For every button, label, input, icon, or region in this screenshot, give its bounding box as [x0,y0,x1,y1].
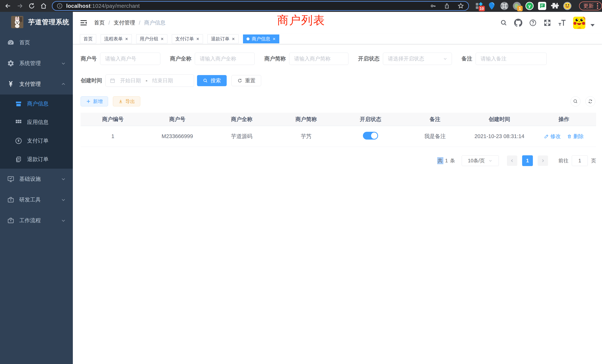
home-icon [40,2,47,10]
share-icon[interactable] [443,3,450,9]
merchant-no-input[interactable] [100,53,160,65]
help-icon[interactable] [529,19,537,27]
extensions-puzzle-icon[interactable] [550,2,559,10]
status-select[interactable]: 请选择开启状态 [383,53,452,65]
refresh-icon [237,78,242,83]
jump-page-input[interactable] [572,155,588,166]
pagination-total: 共 1 条 [437,157,455,164]
command-icon[interactable] [500,2,509,10]
browser-home-button[interactable] [38,1,49,11]
blue-gem-icon[interactable] [487,2,496,10]
filter-label: 创建时间 [81,77,102,84]
breadcrumb-current: 商户信息 [144,19,165,26]
bookmark-star-icon[interactable] [457,2,464,10]
sidebar-item-merchant-info[interactable]: 商户信息 [0,95,73,113]
prev-page-button[interactable] [507,156,517,166]
page-info-icon[interactable] [56,3,63,9]
breadcrumb-home[interactable]: 首页 [94,19,105,26]
status-toggle[interactable] [363,132,378,139]
tab-home[interactable]: 首页 [80,34,96,43]
tab-label: 退款订单 [211,36,229,42]
tab-close-icon[interactable] [161,37,164,41]
app-title: 芋道管理系统 [28,18,69,27]
refresh-table-button[interactable] [585,96,595,106]
sidebar-item-refund-order[interactable]: 退款订单 [0,150,73,169]
merchant-short-input[interactable] [289,53,348,65]
tab-close-icon[interactable] [125,37,128,41]
tab-pay-order[interactable]: 支付订单 [172,34,203,43]
filter-label: 开启状态 [358,55,380,63]
tab-process-form[interactable]: 流程表单 [101,34,132,43]
date-separator: - [146,78,147,84]
tab-close-icon[interactable] [196,37,199,41]
filter-status: 开启状态 请选择开启状态 [358,53,452,65]
col-actions: 操作 [532,116,596,123]
sidebar-item-dev-tools[interactable]: 研发工具 [0,189,73,210]
breadcrumb-payment[interactable]: 支付管理 [114,19,135,26]
chevron-down-icon [61,218,66,223]
sidebar-item-payment[interactable]: 支付管理 [0,74,73,95]
extension-grid-icon[interactable]: 10 [475,2,483,10]
browser-back-button[interactable] [3,1,13,11]
profile-extension-icon[interactable]: 1 [513,2,521,10]
download-icon [118,99,123,104]
export-button-label: 导出 [125,98,135,105]
sidebar-item-pay-order[interactable]: 支付订单 [0,132,73,150]
browser-menu-icon[interactable] [597,3,599,9]
svg-text:y: y [528,3,531,8]
delete-link[interactable]: 删除 [567,133,584,140]
col-created-at: 创建时间 [467,116,532,123]
sidebar-item-app-info[interactable]: 应用信息 [0,113,73,132]
sidebar-logo[interactable]: 芋道管理系统 [0,12,73,32]
chat-extension-icon[interactable] [538,2,546,10]
status-select-placeholder: 请选择开启状态 [388,55,424,62]
add-button[interactable]: 新增 [81,96,108,106]
tab-close-icon[interactable] [272,37,276,41]
user-avatar[interactable] [573,17,585,29]
col-status: 开启状态 [338,116,403,123]
next-page-button[interactable] [538,156,548,166]
y-logo-extension-icon[interactable]: y [525,2,534,10]
address-bar[interactable]: localhost:1024/pay/merchant [52,1,469,11]
search-button[interactable]: 搜索 [197,75,227,86]
sidebar-item-workflow[interactable]: 工作流程 [0,210,73,231]
tab-user-group[interactable]: 用户分组 [136,34,167,43]
jump-prefix: 前往 [559,157,569,164]
fullscreen-icon[interactable] [543,19,551,27]
avatar-dropdown-caret[interactable] [591,24,595,26]
main-area: 首页 / 支付管理 / 商户信息 [73,12,602,364]
edit-link[interactable]: 修改 [544,133,561,140]
filter-merchant-short: 商户简称 [264,53,348,65]
sidebar-item-system[interactable]: 系统管理 [0,53,73,74]
edit-pencil-icon [544,134,549,139]
sidebar-item-infra[interactable]: 基础设施 [0,169,73,189]
forward-arrow-icon [16,2,23,10]
font-size-icon[interactable] [558,19,566,27]
sidebar: 芋道管理系统 首页 系统管理 支付管理 [0,12,73,364]
password-key-icon[interactable] [430,3,437,9]
browser-forward-button[interactable] [14,1,25,11]
chevron-left-icon [510,158,515,163]
yen-icon [6,80,15,88]
browser-reload-button[interactable] [26,1,37,11]
chevron-down-icon [488,159,493,163]
emoji-avatar-icon[interactable] [563,2,572,10]
header-search-icon[interactable] [500,19,507,26]
date-range-picker[interactable]: 开始日期 - 结束日期 [106,75,194,87]
browser-update-button[interactable]: 更新 [579,1,602,10]
page-size-select[interactable]: 10条/页 [462,155,499,166]
tab-refund-order[interactable]: 退款订单 [207,34,238,43]
table-tools [570,96,596,106]
current-page-button[interactable]: 1 [522,155,533,166]
tab-close-icon[interactable] [232,37,235,41]
cell-merchant-no: M233666999 [145,133,210,139]
remark-input[interactable] [476,53,547,65]
merchant-name-input[interactable] [195,53,255,65]
export-button[interactable]: 导出 [113,96,140,106]
sidebar-collapse-button[interactable] [79,19,88,27]
sidebar-item-home[interactable]: 首页 [0,32,73,53]
toggle-search-button[interactable] [570,96,580,106]
reset-button[interactable]: 重置 [232,75,261,86]
tab-merchant-info[interactable]: 商户信息 [243,34,279,43]
github-icon[interactable] [514,19,522,27]
